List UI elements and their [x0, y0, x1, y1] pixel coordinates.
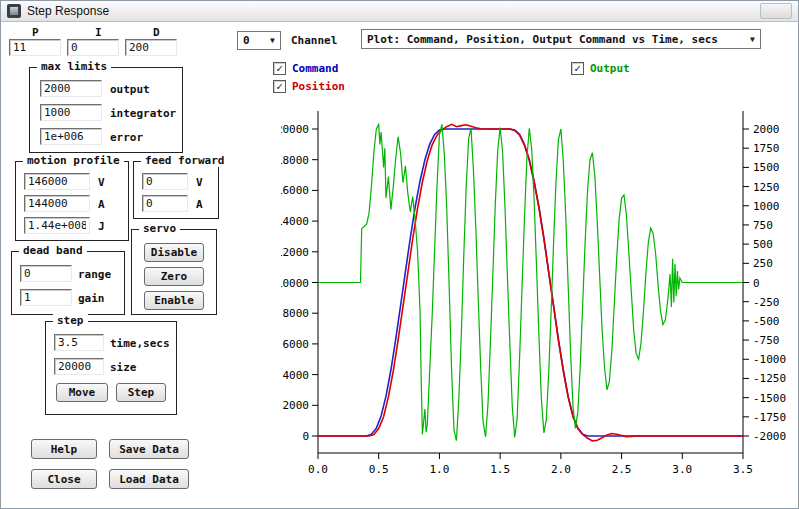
command-checkbox[interactable]: ✓	[273, 62, 286, 75]
enable-button[interactable]: Enable	[144, 291, 204, 310]
plot-area: 0200040006000800010000120001400016000180…	[281, 101, 796, 501]
left-axis-tick-label: 20000	[281, 123, 309, 136]
profile-v-label: V	[98, 176, 105, 189]
close-button[interactable]: Close	[31, 469, 97, 489]
i-input[interactable]	[67, 39, 119, 56]
x-axis-tick-label: 2.0	[551, 463, 571, 476]
step-button[interactable]: Step	[116, 383, 166, 402]
max-output-label: output	[110, 83, 150, 96]
app-icon	[7, 4, 21, 18]
profile-a-label: A	[98, 198, 105, 211]
step-response-window: Step Response P I D max limits output in…	[0, 0, 799, 509]
right-axis-tick-label: -1500	[753, 392, 786, 405]
p-input[interactable]	[9, 39, 61, 56]
right-axis-tick-label: -500	[753, 315, 780, 328]
profile-v-input[interactable]	[24, 173, 90, 190]
right-axis-tick-label: 0	[753, 277, 760, 290]
right-axis-tick-label: 1750	[753, 142, 780, 155]
output-checkbox[interactable]: ✓	[571, 62, 584, 75]
channel-label: Channel	[291, 34, 337, 47]
channel-value: 0	[238, 34, 265, 47]
step-group: step time,secs size Move Step	[45, 321, 177, 415]
servo-group: servo Disable Zero Enable	[131, 229, 217, 315]
disable-button[interactable]: Disable	[144, 243, 204, 262]
feed-forward-title: feed forward	[141, 154, 228, 167]
max-integrator-label: integrator	[110, 107, 176, 120]
channel-select[interactable]: 0 ▼	[237, 31, 281, 50]
right-axis-tick-label: 2000	[753, 123, 780, 136]
right-axis-tick-label: -2000	[753, 430, 786, 443]
ff-a-label: A	[196, 198, 203, 211]
left-axis-tick-label: 16000	[281, 184, 309, 197]
right-axis-tick-label: 1000	[753, 200, 780, 213]
right-axis-tick-label: -750	[753, 334, 780, 347]
zero-button[interactable]: Zero	[144, 267, 204, 286]
left-axis-tick-label: 12000	[281, 246, 309, 259]
right-axis-tick-label: -1000	[753, 353, 786, 366]
profile-a-input[interactable]	[24, 195, 90, 212]
right-axis-tick-label: -1750	[753, 411, 786, 424]
move-button[interactable]: Move	[56, 383, 108, 402]
d-input[interactable]	[125, 39, 177, 56]
x-axis-tick-label: 2.5	[612, 463, 632, 476]
left-axis-tick-label: 14000	[281, 215, 309, 228]
max-output-input[interactable]	[40, 80, 102, 97]
titlebar[interactable]: Step Response	[1, 1, 798, 22]
x-axis-tick-label: 0.5	[369, 463, 389, 476]
left-axis-tick-label: 8000	[283, 307, 310, 320]
output-checkbox-label: Output	[590, 62, 630, 75]
chevron-down-icon: ▼	[745, 35, 760, 44]
profile-j-input[interactable]	[24, 217, 90, 234]
dead-band-range-label: range	[78, 268, 111, 281]
ff-v-input[interactable]	[142, 173, 188, 190]
step-title: step	[53, 314, 88, 327]
step-size-label: size	[110, 361, 137, 374]
command-checkbox-label: Command	[292, 62, 338, 75]
dead-band-gain-input[interactable]	[20, 289, 72, 306]
step-time-input[interactable]	[54, 334, 104, 351]
x-axis-tick-label: 1.5	[490, 463, 510, 476]
ff-v-label: V	[196, 176, 203, 189]
position-checkbox[interactable]: ✓	[273, 80, 286, 93]
dead-band-range-input[interactable]	[20, 265, 72, 282]
save-data-button[interactable]: Save Data	[109, 439, 189, 459]
max-error-input[interactable]	[40, 128, 102, 145]
right-axis-tick-label: 750	[753, 219, 773, 232]
right-axis-tick-label: -250	[753, 296, 780, 309]
left-axis-tick-label: 6000	[283, 338, 310, 351]
left-axis-tick-label: 18000	[281, 154, 309, 167]
window-title: Step Response	[27, 4, 109, 18]
dead-band-title: dead band	[19, 244, 87, 257]
left-axis-tick-label: 10000	[281, 277, 309, 290]
left-axis-tick-label: 2000	[283, 399, 310, 412]
position-checkbox-label: Position	[292, 80, 345, 93]
x-axis-tick-label: 3.5	[733, 463, 753, 476]
motion-profile-group: motion profile V A J	[15, 161, 129, 241]
right-axis-tick-label: 500	[753, 238, 773, 251]
motion-profile-title: motion profile	[23, 154, 124, 167]
left-axis-tick-label: 0	[302, 430, 309, 443]
right-axis-tick-label: 1500	[753, 161, 780, 174]
i-label: I	[95, 26, 102, 39]
step-size-input[interactable]	[54, 358, 104, 375]
window-control-button[interactable]	[760, 3, 792, 19]
x-axis-tick-label: 1.0	[429, 463, 449, 476]
max-limits-group: max limits output integrator error	[29, 67, 183, 153]
dead-band-gain-label: gain	[78, 292, 105, 305]
d-label: D	[153, 26, 160, 39]
output-series-line	[318, 124, 743, 440]
p-label: P	[32, 26, 39, 39]
x-axis-tick-label: 0.0	[308, 463, 328, 476]
left-axis-tick-label: 4000	[283, 369, 310, 382]
plot-select[interactable]: Plot: Command, Position, Output Command …	[361, 29, 761, 49]
right-axis-tick-label: 1250	[753, 181, 780, 194]
x-axis-tick-label: 3.0	[672, 463, 692, 476]
max-limits-title: max limits	[37, 60, 111, 73]
load-data-button[interactable]: Load Data	[109, 469, 189, 489]
max-integrator-input[interactable]	[40, 104, 102, 121]
servo-title: servo	[139, 222, 180, 235]
help-button[interactable]: Help	[31, 439, 97, 459]
ff-a-input[interactable]	[142, 195, 188, 212]
max-error-label: error	[110, 131, 143, 144]
dead-band-group: dead band range gain	[11, 251, 125, 315]
